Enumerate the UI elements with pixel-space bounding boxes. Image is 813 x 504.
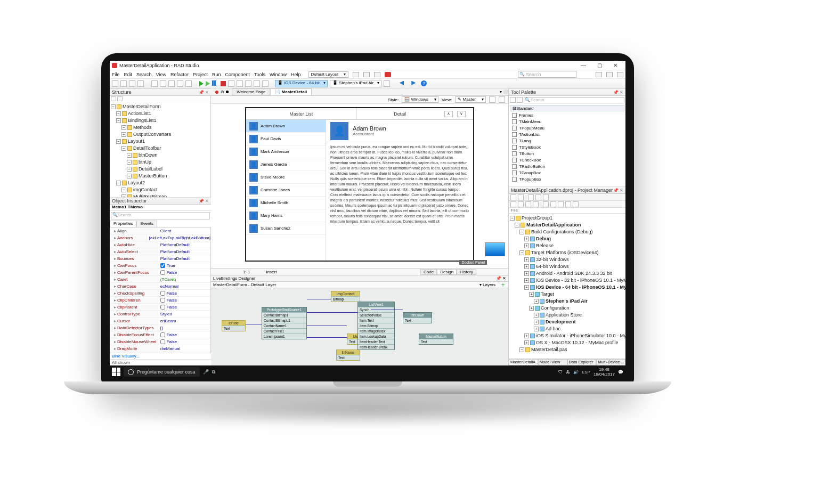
maximize-button[interactable]: ▢ (591, 62, 607, 68)
lb-node[interactable]: lblTitleText (222, 320, 246, 331)
structure-node[interactable]: −ActionList1 (111, 110, 209, 117)
structure-node[interactable]: −imgContact (111, 186, 209, 193)
lb-node[interactable]: imgContactBitmap (331, 291, 360, 302)
tb-debug-5[interactable] (262, 80, 269, 87)
record-stop-icon[interactable] (385, 72, 391, 77)
oi-property-row[interactable]: ▸AlignClient (110, 227, 210, 234)
doc-tabs-overflow[interactable]: ▾ ⬜ (500, 90, 508, 94)
tray-volume-icon[interactable]: 🔊 (573, 370, 579, 375)
list-item[interactable]: 👤Susan Sanchez (246, 222, 326, 235)
tray-shield-icon[interactable]: 🛡 (558, 370, 563, 375)
tray-lang[interactable]: ESP (582, 370, 590, 375)
pm-tab-2[interactable]: Model View (538, 359, 567, 365)
oi-property-row[interactable]: ▸AutoHidePlatformDefault (110, 241, 210, 248)
menu-tools[interactable]: Tools (254, 72, 265, 77)
palette-item[interactable]: TRadioButton (509, 163, 625, 169)
palette-item[interactable]: TMainMenu (509, 118, 625, 125)
pm-tab-3[interactable]: Data Explorer (567, 359, 597, 365)
layers-button[interactable]: ▾ Layers (479, 282, 495, 287)
oi-property-row[interactable]: ▸Caret(TCaret) (110, 276, 210, 283)
palette-category[interactable]: ⊟ Standard (510, 105, 624, 111)
palette-item[interactable]: TLang (509, 137, 625, 144)
project-tree-node[interactable]: +Release (510, 242, 624, 249)
menu-project[interactable]: Project (193, 72, 208, 77)
menu-window[interactable]: Window (270, 72, 287, 77)
menu-refactor[interactable]: Refactor (170, 72, 189, 77)
structure-node[interactable]: −MasterButton (111, 173, 209, 180)
lb-node[interactable]: MasterButtonText (419, 334, 453, 345)
stop-button[interactable] (221, 81, 226, 86)
structure-node[interactable]: −btnDown (111, 152, 209, 159)
palette-item[interactable]: TStyleBook (509, 144, 625, 150)
oi-property-row[interactable]: ▸ControlTypeStyled (110, 311, 210, 318)
save-button[interactable] (129, 80, 135, 87)
desktop-icon-3[interactable] (617, 72, 623, 77)
project-tree-node[interactable]: +Application Store (510, 312, 624, 319)
project-tree-node[interactable]: −ProjectGroup1 (510, 215, 624, 222)
structure-node[interactable]: −Layout1 (111, 138, 209, 145)
start-button[interactable] (112, 368, 120, 376)
oi-property-row[interactable]: ▸BouncesPlatformDefault (110, 255, 210, 262)
oi-property-row[interactable]: ▸ClipChildrenFalse (110, 297, 210, 304)
oi-grid[interactable]: ▸AlignClient▸Anchors[akLeft,akTop,akRigh… (110, 227, 210, 353)
list-item[interactable]: 👤Steve Moore (246, 171, 326, 184)
project-tree-node[interactable]: +Configuration (510, 305, 624, 312)
list-item[interactable]: 👤Mary Harris (246, 209, 326, 222)
open-button[interactable] (120, 80, 127, 87)
oi-property-row[interactable]: ▸CursorcrIBeam (110, 318, 210, 324)
project-tree-node[interactable]: −MasterDetailApplication (510, 222, 624, 229)
close-button[interactable]: ✕ (607, 62, 623, 68)
minimize-button[interactable]: — (575, 62, 591, 68)
oi-tab-events[interactable]: Events (136, 221, 157, 227)
oi-pin-icon[interactable]: 📌 ✕ (199, 199, 209, 204)
palette-items[interactable]: FramesTMainMenuTPopupMenuTActionListTLan… (509, 112, 625, 186)
step-over-button[interactable] (228, 80, 234, 87)
pause-button[interactable] (212, 80, 218, 87)
pm-tab-4[interactable]: Multi-Device ... (596, 359, 625, 365)
list-item[interactable]: 👤Mark Anderson (246, 145, 326, 158)
palette-item[interactable]: TActionList (509, 131, 625, 137)
oi-property-row[interactable]: ▸AutoSelectPlatformDefault (110, 248, 210, 255)
livebindings-canvas[interactable]: lblTitleTextPrototypeBindSource1ContactB… (211, 288, 508, 365)
structure-node[interactable]: −DetailToolbar (111, 145, 209, 152)
project-tree-node[interactable]: +OS X - MacOSX 10.12 - MyMac profile (510, 339, 624, 346)
menu-run[interactable]: Run (212, 72, 221, 77)
oi-property-row[interactable]: ▸DragModedmManual (110, 345, 210, 352)
mini-preview[interactable] (485, 242, 505, 256)
tb-5[interactable] (151, 80, 158, 87)
structure-tb-2[interactable] (117, 96, 123, 101)
nav-back-button[interactable]: ⯇ (397, 80, 407, 86)
tray-network-icon[interactable]: 🖧 (566, 370, 570, 375)
help-icon[interactable]: ? (421, 80, 427, 86)
project-tree-node[interactable]: +Ad hoc (510, 326, 624, 332)
device-select[interactable]: 📱 Stephen's iPad Air (330, 80, 381, 87)
list-item[interactable]: 👤Paul Davis (246, 133, 326, 145)
designer-tb-2[interactable] (499, 96, 505, 103)
menu-search-box[interactable]: 🔍Search (518, 71, 576, 78)
menu-file[interactable]: File (112, 72, 120, 77)
desktop-icon-1[interactable] (596, 72, 602, 77)
nav-fwd-button[interactable]: ⯈ (409, 80, 419, 86)
run-nodebug-button[interactable] (206, 81, 210, 86)
oi-property-row[interactable]: ▸Anchors[akLeft,akTop,akRight,akBottom] (110, 234, 210, 241)
structure-tree[interactable]: −MasterDetailForm−ActionList1−BindingsLi… (110, 102, 210, 197)
desktop-icon-2[interactable] (606, 72, 613, 77)
structure-node[interactable]: −Methods (111, 124, 209, 131)
lb-node[interactable]: btnDownText (403, 312, 432, 323)
project-tree-node[interactable]: +64-bit Windows (510, 263, 624, 270)
master-list[interactable]: 👤Adam Brown👤Paul Davis👤Mark Anderson👤Jam… (246, 120, 326, 261)
structure-node[interactable]: −OutputConverters (111, 131, 209, 138)
menu-component[interactable]: Component (225, 72, 250, 77)
design-surface[interactable]: Master List Detail ∧∨ 👤Adam Brown👤Paul D… (211, 104, 508, 268)
platform-select[interactable]: 📱 iOS Device - 64 bit (275, 80, 328, 87)
layout-icon-2[interactable] (363, 72, 370, 77)
style-select[interactable]: 🪟 Windows (402, 96, 438, 103)
step-into-button[interactable] (237, 80, 243, 87)
mic-icon[interactable]: 🎤 (203, 369, 209, 375)
structure-node[interactable]: −MultiResBitmap (111, 193, 209, 197)
taskbar-clock[interactable]: 19:4818/04/2017 (594, 367, 615, 377)
project-tree-node[interactable]: +Android - Android SDK 24.3.3 32 bit (510, 270, 624, 277)
layout-select[interactable]: Default Layout (308, 71, 349, 78)
oi-property-row[interactable]: ▸CanParentFocusFalse (110, 269, 210, 276)
tab-design[interactable]: Design (437, 269, 457, 275)
